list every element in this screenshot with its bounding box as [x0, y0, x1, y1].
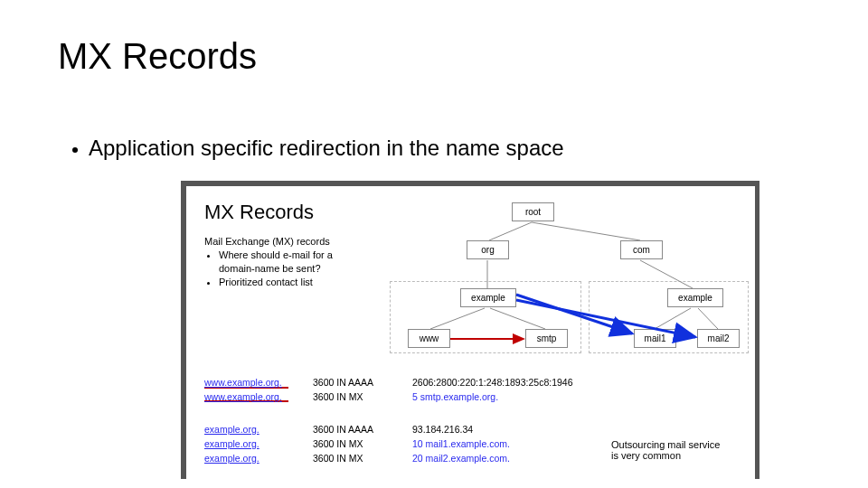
rec2-val3: 20 mail2.example.com. — [412, 452, 510, 466]
node-com: com — [620, 240, 663, 259]
rec1-ttl2: 3600 IN MX — [313, 390, 412, 405]
embedded-figure: MX Records Mail Exchange (MX) records Wh… — [181, 181, 760, 479]
bullet-dot-icon — [72, 147, 78, 153]
svg-line-1 — [532, 222, 640, 240]
rec2-name1[interactable]: example.org. — [204, 424, 259, 435]
node-example-com: example — [667, 288, 723, 307]
figure-description-lead: Mail Exchange (MX) records — [204, 235, 358, 249]
rec1-ttl1: 3600 IN AAAA — [313, 376, 412, 390]
figure-bullet-2: Prioritized contact list — [219, 276, 358, 289]
note-line-2: is very common — [611, 450, 720, 461]
rec1-val2: 5 smtp.example.org. — [412, 390, 498, 405]
note-line-1: Outsourcing mail service — [611, 439, 720, 450]
figure-title: MX Records — [204, 201, 314, 224]
page-title: MX Records — [58, 36, 257, 77]
outsourcing-note: Outsourcing mail service is very common — [611, 439, 720, 461]
rec1-val1: 2606:2800:220:1:248:1893:25c8:1946 — [412, 376, 573, 390]
rec2-ttl1: 3600 IN AAAA — [313, 423, 412, 437]
node-root: root — [512, 202, 554, 221]
svg-line-0 — [489, 222, 532, 240]
rec2-name2[interactable]: example.org. — [204, 438, 259, 449]
rec2-ttl2: 3600 IN MX — [313, 437, 412, 452]
record-block-1: www.example.org.3600 IN AAAA2606:2800:22… — [204, 376, 573, 405]
node-mail2: mail2 — [697, 329, 740, 348]
bullet-text: Application specific redirection in the … — [89, 136, 564, 160]
node-smtp: smtp — [525, 329, 568, 348]
figure-inner: MX Records Mail Exchange (MX) records Wh… — [186, 186, 755, 479]
bullet-line: Application specific redirection in the … — [72, 136, 564, 161]
record-block-2: example.org.3600 IN AAAA93.184.216.34 ex… — [204, 423, 510, 465]
rec1-name2[interactable]: www.example.org. — [204, 391, 282, 402]
rec2-val2: 10 mail1.example.com. — [412, 437, 510, 452]
node-www: www — [408, 329, 450, 348]
rec2-ttl3: 3600 IN MX — [313, 452, 412, 466]
node-example-org: example — [460, 288, 516, 307]
rec1-name1[interactable]: www.example.org. — [204, 377, 282, 388]
rec2-val1: 93.184.216.34 — [412, 423, 473, 437]
rec2-name3[interactable]: example.org. — [204, 453, 259, 464]
node-mail1: mail1 — [634, 329, 676, 348]
figure-bullet-1: Where should e-mail for a domain-name be… — [219, 249, 358, 276]
slide: MX Records Application specific redirect… — [0, 0, 868, 488]
node-org: org — [467, 240, 509, 259]
figure-description: Mail Exchange (MX) records Where should … — [204, 235, 358, 288]
